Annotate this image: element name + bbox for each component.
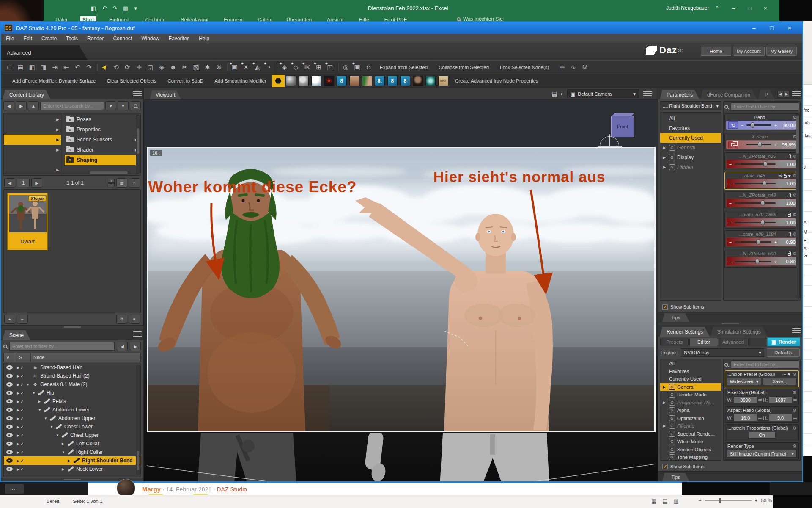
nav-forward-button[interactable]: ▶ xyxy=(16,101,27,110)
excel-undo-icon[interactable]: ↶ xyxy=(102,5,107,11)
toolbar-text-button[interactable]: Expand from Selected xyxy=(380,65,428,70)
visibility-eye-icon[interactable] xyxy=(6,399,13,403)
parameter-slider[interactable]: X Scale ∞ ♥ ⚙ xyxy=(724,133,799,151)
parameter-slider[interactable]: ...otate_n70_2869 ∞ ♥ ⚙ xyxy=(724,211,799,229)
scene-node-row[interactable]: ►✓ ▶ Pelvis xyxy=(4,397,140,406)
panel-tab[interactable]: Render Settings xyxy=(660,327,710,337)
daz-minimize-button[interactable]: – xyxy=(752,25,756,31)
content-folder-row[interactable]: S Shader ▶ xyxy=(65,145,140,155)
render-group-row[interactable]: G Spectral Rende... xyxy=(660,430,721,438)
render-group-row[interactable]: ▶ G Filtering xyxy=(660,422,721,430)
page-layout-view-icon[interactable]: ▤ xyxy=(662,498,667,504)
toolbar-icon[interactable]: + ✂ xyxy=(179,62,190,73)
visibility-eye-icon[interactable] xyxy=(6,450,13,454)
menu-item[interactable]: Help xyxy=(199,36,209,41)
expand-toggle-icon[interactable]: ▼ xyxy=(38,408,44,412)
tree-parent-row[interactable]: ▶ xyxy=(4,145,61,155)
render-group-row[interactable]: G Currently Used xyxy=(660,375,721,383)
content-folder-row[interactable]: S Properties ▶ xyxy=(65,124,140,135)
expand-toggle-icon[interactable]: ▶ xyxy=(38,400,44,403)
scene-node-row[interactable]: ►✓ ▼ Right Collar xyxy=(4,448,140,456)
grid-view-button[interactable]: ▦ xyxy=(116,178,127,188)
tab-content-library[interactable]: Content Library xyxy=(3,90,51,99)
visibility-eye-icon[interactable] xyxy=(6,365,13,370)
visibility-eye-icon[interactable] xyxy=(6,374,13,378)
scene-node-row[interactable]: ►✓ ≋ Strand-Based Hair (2) xyxy=(4,372,140,380)
camera-selector-dropdown[interactable]: ▣ Default Camera ▾ xyxy=(567,89,639,98)
slider-increase[interactable]: + xyxy=(774,142,778,147)
action-text-button[interactable]: Add Smoothing Modifier xyxy=(214,78,266,83)
slider-decrease[interactable]: − xyxy=(728,220,732,225)
forum-author[interactable]: Margy xyxy=(142,486,161,493)
excel-qat-customize-icon[interactable]: ▾ xyxy=(134,5,137,11)
render-subtab[interactable]: Advanced xyxy=(719,338,747,346)
content-item-dwarf[interactable]: Shape Dwarf xyxy=(7,193,48,250)
render-group-row[interactable]: ▶ G Progressive Re... xyxy=(660,399,721,407)
add-content-button[interactable]: + xyxy=(4,315,15,324)
slider-value[interactable]: 0.89 xyxy=(778,259,796,264)
menu-item[interactable]: Connect xyxy=(113,36,132,41)
slider-track[interactable] xyxy=(735,163,776,165)
parameter-filter-input[interactable] xyxy=(731,102,799,111)
action-thumbnail[interactable] xyxy=(413,76,423,86)
tree-parent-row[interactable]: ▶ xyxy=(4,124,61,135)
slider-increase[interactable]: + xyxy=(774,259,778,264)
slider-handle[interactable] xyxy=(763,161,767,167)
toolbar-icon[interactable]: + ▣ xyxy=(229,62,240,73)
render-filter-input[interactable] xyxy=(731,360,799,369)
menu-item[interactable]: Render xyxy=(87,36,104,41)
toolbar-icon[interactable]: + ⇥ xyxy=(49,62,60,73)
toolbar-icon[interactable]: + ◭ xyxy=(252,62,263,73)
toolbar-icon[interactable]: + ☀ xyxy=(240,62,252,73)
nav-up-button[interactable]: ▲ xyxy=(28,101,39,110)
slider-handle[interactable] xyxy=(761,220,765,225)
toolbar-icon[interactable]: ✛ xyxy=(556,62,568,73)
selectable-cursor-icon[interactable]: ►✓ xyxy=(16,365,25,370)
slider-handle[interactable] xyxy=(751,122,754,128)
preset-value-dropdown[interactable]: Widescreen▾ xyxy=(727,378,761,385)
zoom-slider-handle[interactable] xyxy=(719,498,721,503)
selectable-cursor-icon[interactable]: ►✓ xyxy=(16,442,25,446)
thumb-zoom-out-button[interactable]: − xyxy=(108,183,115,187)
toolbar-icon[interactable]: + ◇ xyxy=(290,62,302,73)
panel-tab[interactable]: dForce Companion xyxy=(700,90,757,99)
excel-user-name[interactable]: Judith Neugebauer xyxy=(666,5,709,11)
search-dropdown-icon[interactable]: ▾ xyxy=(105,101,116,110)
action-thumbnail[interactable] xyxy=(299,76,309,86)
selectable-cursor-icon[interactable]: ►✓ xyxy=(16,433,25,438)
daz-close-button[interactable]: × xyxy=(788,25,791,31)
action-thumbnail[interactable] xyxy=(311,76,321,86)
parameter-slider[interactable]: ...otate_n45 ∞ ♥ ⚙ xyxy=(724,172,799,190)
toolbar-icon[interactable]: + ◎ xyxy=(340,62,351,73)
render-group-row[interactable]: G Tone Mapping xyxy=(660,453,721,461)
zoom-in-icon[interactable]: + xyxy=(755,498,758,503)
slider-increase[interactable]: + xyxy=(774,240,778,245)
slider-value[interactable]: 1.00 xyxy=(778,201,796,206)
slider-increase[interactable]: + xyxy=(774,123,778,128)
toolbar-text-button[interactable]: Lock Selected Node(s) xyxy=(500,65,549,70)
toolbar-icon[interactable]: + ➤ xyxy=(99,62,110,73)
tab-scroll-right-icon[interactable]: ▶ xyxy=(784,91,790,97)
defaults-button[interactable]: Defaults xyxy=(767,348,800,357)
toolbar-icon[interactable]: + ◘ xyxy=(363,62,374,73)
action-thumbnail[interactable] xyxy=(273,76,283,86)
parameter-group-row[interactable]: G All xyxy=(660,113,721,123)
menu-item[interactable]: Favorites xyxy=(169,36,189,41)
action-thumbnail[interactable] xyxy=(324,76,334,86)
selectable-cursor-icon[interactable]: ►✓ xyxy=(16,382,25,387)
slider-track[interactable] xyxy=(746,144,771,145)
selectable-cursor-icon[interactable]: ►✓ xyxy=(16,399,25,404)
render-group-row[interactable]: G All xyxy=(660,359,721,367)
panel-menu-icon[interactable] xyxy=(792,91,801,97)
selectable-cursor-icon[interactable]: ►✓ xyxy=(16,408,25,412)
search-icon[interactable] xyxy=(130,101,141,110)
visibility-eye-icon[interactable] xyxy=(6,442,13,446)
normal-view-icon[interactable]: ▦ xyxy=(651,498,656,504)
pixel-height-field[interactable]: 1687 xyxy=(769,396,792,403)
aspect-width-field[interactable]: 16.0 xyxy=(734,414,757,421)
slider-decrease[interactable]: − xyxy=(728,240,732,245)
toolbar-icon[interactable]: + IK xyxy=(302,62,313,73)
toolbar-icon[interactable]: + ↷ xyxy=(83,62,95,73)
toolbar-icon[interactable]: + ⊞ xyxy=(313,62,324,73)
render-preview-icon[interactable]: ▤ xyxy=(552,91,557,97)
